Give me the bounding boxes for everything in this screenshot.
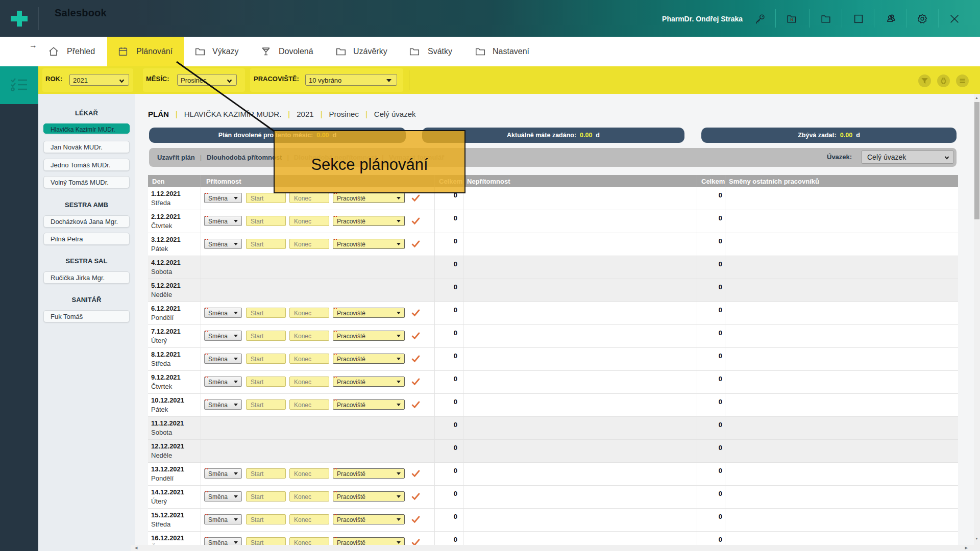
svg-text:N: N (791, 17, 794, 22)
